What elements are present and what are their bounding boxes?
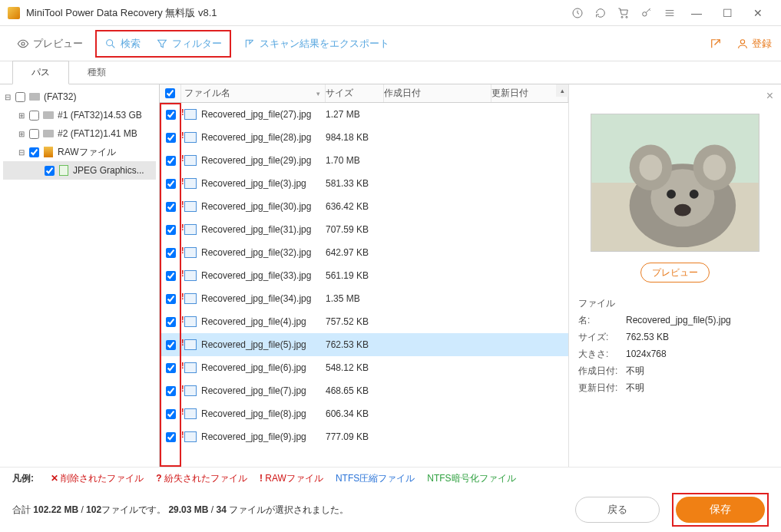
meta-created-value: 不明: [626, 365, 644, 376]
drive-icon: [42, 130, 55, 137]
expand-icon[interactable]: ⊞: [17, 130, 26, 138]
file-row[interactable]: Recovered_jpg_file(34).jpg1.35 MB: [160, 287, 568, 310]
register-button[interactable]: 登録: [736, 37, 772, 51]
file-name: Recovered_jpg_file(33).jpg: [201, 270, 311, 281]
summary-text: 合計 102.22 MB / 102ファイルです。 29.03 MB / 34 …: [12, 504, 575, 517]
file-row[interactable]: Recovered_jpg_file(8).jpg606.34 KB: [160, 402, 568, 425]
select-all-checkbox[interactable]: [165, 88, 175, 98]
file-icon: [184, 339, 197, 350]
preview-toggle[interactable]: プレビュー: [9, 32, 91, 55]
key-icon[interactable]: [635, 2, 658, 25]
collapse-icon[interactable]: ⊟: [3, 93, 12, 101]
file-row[interactable]: Recovered_jpg_file(5).jpg762.53 KB: [160, 333, 568, 356]
file-row[interactable]: Recovered_jpg_file(4).jpg757.52 KB: [160, 310, 568, 333]
preview-label: プレビュー: [33, 37, 83, 51]
share-icon[interactable]: [703, 32, 729, 55]
file-row[interactable]: Recovered_jpg_file(33).jpg561.19 KB: [160, 264, 568, 287]
row-checkbox[interactable]: [166, 179, 176, 189]
app-title: MiniTool Power Data Recovery 無料版 v8.1: [26, 6, 566, 20]
file-row[interactable]: Recovered_jpg_file(27).jpg1.27 MB: [160, 103, 568, 126]
filter-label: フィルター: [172, 37, 222, 51]
sort-indicator-icon: ▾: [316, 90, 320, 97]
file-row[interactable]: Recovered_jpg_file(29).jpg1.70 MB: [160, 149, 568, 172]
meta-dim-label: 大きさ:: [578, 345, 626, 362]
save-button[interactable]: 保存: [676, 497, 765, 523]
header-created[interactable]: 作成日付: [384, 84, 491, 102]
drive-icon: [42, 111, 55, 119]
row-checkbox[interactable]: [166, 317, 176, 327]
file-name: Recovered_jpg_file(3).jpg: [201, 178, 306, 189]
meta-size-value: 762.53 KB: [626, 332, 669, 342]
row-checkbox[interactable]: [166, 225, 176, 235]
row-checkbox[interactable]: [166, 271, 176, 281]
maximize-button[interactable]: ☐: [712, 2, 743, 25]
menu-icon[interactable]: [658, 2, 681, 25]
row-checkbox[interactable]: [166, 110, 176, 120]
file-row[interactable]: Recovered_jpg_file(3).jpg581.33 KB: [160, 172, 568, 195]
header-checkbox-cell[interactable]: [160, 84, 181, 102]
file-name: Recovered_jpg_file(6).jpg: [201, 362, 306, 373]
row-checkbox[interactable]: [166, 133, 176, 143]
back-button[interactable]: 戻る: [575, 497, 660, 523]
header-name[interactable]: ファイル名▾: [181, 84, 326, 102]
row-checkbox[interactable]: [166, 340, 176, 350]
svg-point-13: [640, 154, 663, 180]
search-button[interactable]: 検索: [97, 32, 148, 55]
file-size: 707.59 KB: [326, 224, 384, 235]
tree-jpeg-node[interactable]: JPEG Graphics...: [3, 161, 156, 180]
tree-checkbox[interactable]: [29, 129, 39, 139]
row-checkbox[interactable]: [166, 432, 176, 442]
cart-icon[interactable]: [612, 2, 635, 25]
collapse-icon[interactable]: ⊟: [17, 148, 26, 157]
tree-partition-1[interactable]: ⊞ #1 (FAT32)14.53 GB: [3, 106, 156, 124]
file-size: 561.19 KB: [326, 270, 384, 281]
file-row[interactable]: Recovered_jpg_file(32).jpg642.97 KB: [160, 241, 568, 264]
row-checkbox[interactable]: [166, 156, 176, 166]
row-checkbox[interactable]: [166, 363, 176, 373]
row-checkbox[interactable]: [166, 248, 176, 258]
meta-created-label: 作成日付:: [578, 362, 626, 379]
row-checkbox[interactable]: [166, 409, 176, 419]
header-size[interactable]: サイズ: [326, 84, 384, 102]
file-row[interactable]: Recovered_jpg_file(30).jpg636.42 KB: [160, 195, 568, 218]
app-icon: [8, 7, 20, 19]
file-name: Recovered_jpg_file(4).jpg: [201, 316, 306, 327]
refresh-icon[interactable]: [589, 2, 612, 25]
svg-point-4: [22, 42, 25, 45]
file-row[interactable]: Recovered_jpg_file(9).jpg777.09 KB: [160, 425, 568, 448]
history-icon[interactable]: [566, 2, 589, 25]
preview-metadata: ファイル名:Recovered_jpg_file(5).jpg サイズ:762.…: [578, 295, 772, 396]
file-icon: [184, 155, 197, 166]
row-checkbox[interactable]: [166, 294, 176, 304]
row-checkbox[interactable]: [166, 386, 176, 396]
file-icon: [184, 178, 197, 189]
legend-raw: RAWファイル: [260, 472, 323, 485]
tree-label: (FAT32): [44, 91, 76, 102]
export-results-button[interactable]: スキャン結果をエクスポート: [236, 32, 397, 55]
tree-raw-files[interactable]: ⊟ RAWファイル: [3, 143, 156, 161]
tree-checkbox[interactable]: [29, 147, 39, 157]
tab-path[interactable]: パス: [12, 61, 69, 84]
tree-checkbox[interactable]: [29, 111, 39, 121]
preview-close-button[interactable]: ×: [766, 89, 773, 103]
scroll-up-button[interactable]: ▴: [556, 84, 568, 97]
file-row[interactable]: Recovered_jpg_file(6).jpg548.12 KB: [160, 356, 568, 379]
expand-icon[interactable]: ⊞: [17, 111, 26, 120]
filter-button[interactable]: フィルター: [148, 32, 230, 55]
file-row[interactable]: Recovered_jpg_file(7).jpg468.65 KB: [160, 379, 568, 402]
file-row[interactable]: Recovered_jpg_file(31).jpg707.59 KB: [160, 218, 568, 241]
file-row[interactable]: Recovered_jpg_file(28).jpg984.18 KB: [160, 126, 568, 149]
tree-checkbox[interactable]: [45, 166, 55, 176]
bottom-bar: 合計 102.22 MB / 102ファイルです。 29.03 MB / 34 …: [0, 485, 781, 527]
meta-name-value: Recovered_jpg_file(5).jpg: [626, 315, 731, 325]
preview-button[interactable]: プレビュー: [640, 263, 710, 283]
close-button[interactable]: ✕: [743, 2, 773, 25]
tab-type[interactable]: 種類: [69, 61, 124, 84]
row-checkbox[interactable]: [166, 202, 176, 212]
tree-checkbox[interactable]: [15, 92, 25, 102]
tree-root[interactable]: ⊟ (FAT32): [3, 88, 156, 106]
minimize-button[interactable]: —: [681, 2, 712, 25]
search-label: 検索: [121, 37, 141, 51]
tree-partition-2[interactable]: ⊞ #2 (FAT12)1.41 MB: [3, 124, 156, 143]
file-size: 984.18 KB: [326, 132, 384, 143]
